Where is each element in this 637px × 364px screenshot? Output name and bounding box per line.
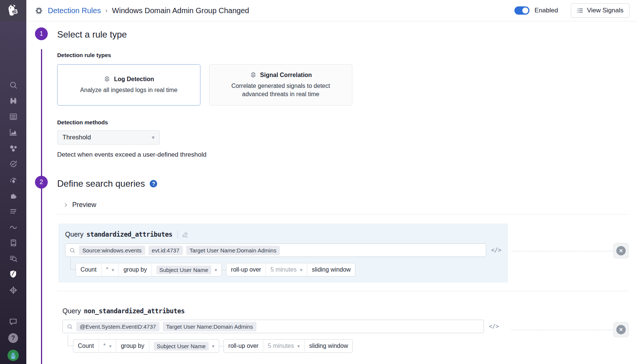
group-by-value: Subject User Name — [154, 342, 209, 350]
group-by-select[interactable]: Subject User Name — [152, 263, 222, 276]
step-1-badge: 1 — [35, 27, 48, 40]
rollup-label: roll-up over — [224, 340, 263, 352]
step-2-badge: 2 — [35, 176, 48, 189]
top-header: Detection Rules › Windows Domain Admin G… — [26, 0, 637, 21]
infrastructure-icon[interactable] — [0, 140, 26, 156]
sidebar-bottom-group — [0, 317, 26, 364]
section-divider — [57, 214, 629, 214]
view-signals-button[interactable]: View Signals — [571, 3, 629, 18]
signals-chevrons-icon — [250, 71, 257, 79]
enabled-toggle[interactable] — [514, 6, 529, 15]
rule-card-log-detection[interactable]: Log Detection Analyze all ingested logs … — [57, 64, 200, 106]
rollup-value: 5 minutes — [270, 266, 296, 273]
enabled-label: Enabled — [535, 7, 558, 14]
count-function-select[interactable]: Count — [76, 263, 102, 276]
query-prefix: Query — [65, 231, 83, 239]
query-token[interactable]: evt.id:4737 — [149, 246, 183, 255]
measure-group: Count * group by Subject User Name — [73, 339, 219, 353]
watchdog-icon[interactable] — [0, 93, 26, 109]
search-icon — [69, 247, 76, 254]
detection-method-select[interactable]: Threshold — [57, 130, 160, 145]
metrics-icon[interactable] — [0, 124, 26, 140]
preview-label: Preview — [72, 201, 96, 209]
search-icon[interactable] — [0, 77, 26, 93]
rule-card-description: Analyze all ingested logs in real time — [80, 86, 177, 94]
chevron-down-icon — [152, 134, 155, 141]
rule-types-label: Detection rule types — [57, 52, 637, 58]
query-prefix: Query — [62, 307, 81, 315]
search-icon — [67, 323, 73, 330]
breadcrumb-detection-rules-link[interactable]: Detection Rules — [48, 6, 101, 15]
measure-arg-select[interactable]: * — [102, 263, 119, 276]
apm-gauge-icon[interactable] — [0, 172, 26, 187]
dashboards-icon[interactable] — [0, 109, 26, 124]
chevron-down-icon — [109, 343, 112, 349]
measure-arg-select[interactable]: * — [99, 340, 117, 352]
rollup-value-select[interactable]: 5 minutes — [263, 340, 305, 352]
connector-line — [219, 346, 223, 346]
query-token[interactable]: Target User Name:Domain Admins — [163, 322, 256, 331]
step-1-title: Select a rule type — [57, 29, 637, 40]
query-name: standardized_attributes — [86, 231, 173, 238]
integrations-icon[interactable] — [0, 187, 26, 203]
detection-methods-label: Detection methods — [57, 119, 637, 125]
chevron-down-icon — [297, 343, 300, 349]
chevron-down-icon — [215, 267, 217, 273]
log-explorer-icon[interactable] — [0, 251, 26, 266]
datadog-logo[interactable] — [0, 0, 26, 21]
gear-icon — [35, 6, 43, 15]
connector-line — [222, 270, 226, 270]
group-by-value: Subject User Name — [156, 266, 211, 274]
rule-editor-content: 1 2 Select a rule type Detection rule ty… — [26, 21, 637, 364]
sliding-window-label: sliding window — [307, 263, 355, 276]
group-by-select[interactable]: Subject User Name — [149, 340, 219, 352]
edit-pencil-icon[interactable] — [182, 231, 188, 238]
aggregation-row: Count * group by Subject User Name roll-… — [70, 263, 501, 276]
query-token[interactable]: @Event.System.EventID:4737 — [76, 322, 159, 331]
measure-arg-value: * — [106, 266, 108, 273]
monitors-icon[interactable] — [0, 156, 26, 172]
network-icon[interactable] — [0, 282, 26, 298]
app-window: Detection Rules › Windows Domain Admin G… — [0, 0, 637, 364]
sliding-window-label: sliding window — [305, 340, 352, 352]
group-by-label: group by — [116, 340, 149, 352]
detection-method-value: Threshold — [62, 134, 91, 141]
query-token[interactable]: Target User Name:Domain Admins — [186, 246, 280, 255]
title-divider — [177, 231, 178, 238]
code-editor-icon[interactable]: </> — [491, 247, 501, 254]
query-name: non_standardized_attributes — [84, 307, 185, 315]
step-2-title: Define search queries — [57, 178, 145, 189]
sidebar-icon-list — [0, 77, 26, 298]
preview-toggle[interactable]: Preview — [64, 201, 112, 209]
rule-card-signal-correlation[interactable]: Signal Correlation Correlate generated s… — [209, 64, 352, 106]
query-search-input[interactable]: Source:windows.events evt.id:4737 Target… — [65, 243, 486, 257]
code-editor-icon[interactable]: </> — [489, 323, 499, 330]
traces-icon[interactable] — [0, 219, 26, 235]
help-icon[interactable] — [8, 333, 18, 343]
query-search-input[interactable]: @Event.System.EventID:4737 Target User N… — [62, 320, 484, 333]
rule-card-title: Signal Correlation — [260, 72, 312, 79]
query-token[interactable]: Source:windows.events — [79, 246, 145, 255]
count-function-select[interactable]: Count — [73, 340, 99, 352]
rollup-group: roll-up over 5 minutes sliding window — [223, 339, 353, 353]
connector-elbow — [70, 258, 76, 270]
page-title: Windows Domain Admin Group Changed — [112, 6, 249, 15]
measure-group: Count * group by Subject User Name — [76, 263, 222, 276]
notebooks-icon[interactable] — [0, 235, 26, 251]
chevron-down-icon — [212, 343, 215, 349]
breadcrumb: Detection Rules › Windows Domain Admin G… — [35, 6, 249, 15]
breadcrumb-separator-icon: › — [105, 7, 108, 14]
signals-list-icon — [577, 7, 584, 14]
chevron-down-icon — [300, 267, 303, 273]
security-shield-icon[interactable] — [0, 266, 26, 282]
rollup-group: roll-up over 5 minutes sliding window — [226, 263, 355, 276]
rule-card-description: Correlate generated signals to detect ad… — [219, 82, 342, 98]
log-pipelines-icon[interactable] — [0, 203, 26, 219]
feedback-chat-icon[interactable] — [0, 317, 26, 326]
user-avatar[interactable] — [8, 350, 19, 361]
rollup-value-select[interactable]: 5 minutes — [266, 263, 307, 276]
chevron-right-icon — [64, 203, 68, 207]
question-help-icon[interactable] — [150, 180, 157, 187]
chevron-down-icon — [112, 267, 114, 273]
toggle-knob — [522, 8, 528, 14]
